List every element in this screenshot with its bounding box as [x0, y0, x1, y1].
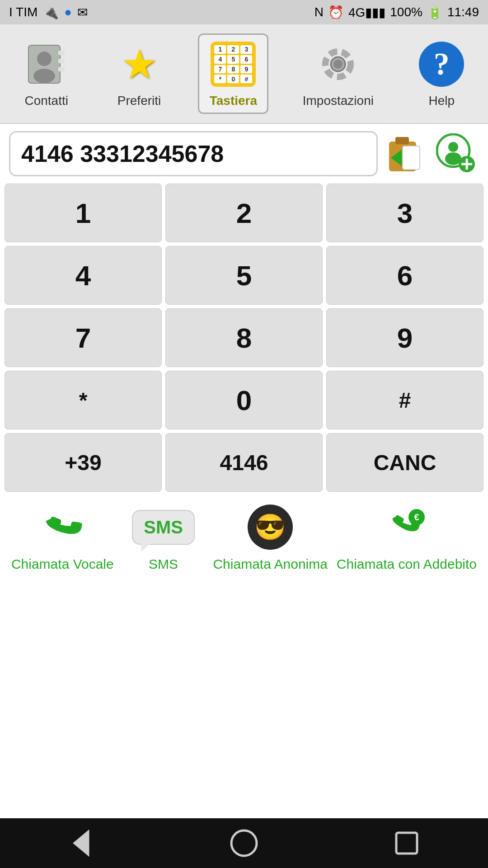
svg-point-22	[231, 830, 257, 856]
svg-rect-10	[395, 137, 409, 144]
time-text: 11:49	[447, 5, 479, 19]
home-button[interactable]	[226, 825, 262, 861]
key-star[interactable]: *	[5, 371, 162, 429]
svg-rect-1	[58, 51, 65, 55]
chiamata-addebito-icon: €	[382, 505, 432, 550]
tab-tastiera[interactable]: 1 2 3 4 5 6 7 8 9 * 0 # Tastiera	[198, 33, 268, 114]
svg-point-4	[37, 52, 52, 66]
impostazioni-icon-wrapper	[313, 39, 363, 89]
tab-help[interactable]: ? Help	[408, 35, 475, 113]
keypad-row-4: * 0 #	[5, 371, 483, 429]
actions-row: Chiamata Vocale SMS SMS 😎 Chiamata Anoni…	[0, 492, 488, 581]
tab-help-label: Help	[429, 94, 455, 108]
usb-icon: 🔌	[43, 5, 59, 20]
chiamata-vocale-button[interactable]: Chiamata Vocale	[11, 505, 114, 572]
sms-label: SMS	[149, 556, 178, 572]
svg-rect-11	[403, 146, 420, 170]
location-icon: ●	[64, 5, 72, 19]
gear-icon	[315, 42, 361, 87]
phone-euro-icon: €	[389, 508, 425, 544]
tab-contatti-label: Contatti	[24, 94, 68, 108]
key-1[interactable]: 1	[5, 184, 162, 242]
star-icon: ★	[121, 44, 158, 85]
key-hash[interactable]: #	[326, 371, 483, 429]
chiamata-vocale-icon	[38, 505, 87, 550]
back-icon	[66, 827, 97, 859]
alarm-icon: ⏰	[328, 5, 344, 20]
add-contact-icon	[436, 133, 477, 174]
nav-tabs: Contatti ★ Preferiti 1 2 3 4 5 6 7 8 9 *…	[0, 24, 488, 124]
charged-phone-icon: €	[389, 508, 425, 546]
key-plus39[interactable]: +39	[5, 433, 162, 492]
tastiera-icon-wrapper: 1 2 3 4 5 6 7 8 9 * 0 #	[208, 39, 258, 89]
back-button[interactable]	[63, 825, 99, 861]
status-bar: I TIM 🔌 ● ✉ N ⏰ 4G▮▮▮ 100% 🔋 11:49	[0, 0, 488, 24]
svg-rect-23	[396, 833, 417, 854]
bottom-nav-bar	[0, 818, 488, 868]
sms-button[interactable]: SMS SMS	[123, 505, 204, 572]
paste-button[interactable]	[383, 131, 428, 176]
chiamata-anonima-label: Chiamata Anonima	[213, 556, 327, 572]
chiamata-addebito-label: Chiamata con Addebito	[337, 556, 477, 572]
help-icon: ?	[419, 42, 464, 87]
keypad-row-3: 7 8 9	[5, 308, 483, 367]
contacts-icon	[24, 42, 69, 87]
recents-button[interactable]	[389, 825, 425, 861]
chiamata-anonima-button[interactable]: 😎 Chiamata Anonima	[213, 505, 327, 572]
key-4[interactable]: 4	[5, 246, 162, 305]
key-0[interactable]: 0	[165, 371, 323, 429]
phone-voice-icon	[42, 507, 83, 547]
svg-rect-3	[58, 67, 65, 71]
svg-rect-2	[58, 59, 65, 63]
key-9[interactable]: 9	[326, 308, 483, 367]
status-left: I TIM 🔌 ● ✉	[9, 5, 88, 20]
sms-icon: SMS	[139, 505, 188, 550]
keypad: 1 2 3 4 5 6 7 8 9 * 0 # +39 4146 CANC	[0, 184, 488, 492]
chiamata-anonima-icon: 😎	[245, 505, 295, 550]
phone-input-row: 4146 33312345678	[0, 124, 488, 184]
tab-tastiera-label: Tastiera	[210, 94, 257, 108]
tab-preferiti-label: Preferiti	[117, 94, 161, 108]
svg-point-5	[33, 69, 55, 83]
contatti-icon-wrapper	[22, 39, 71, 89]
key-7[interactable]: 7	[5, 308, 162, 367]
key-2[interactable]: 2	[165, 184, 323, 242]
tab-impostazioni[interactable]: Impostazioni	[294, 35, 383, 113]
svg-point-14	[448, 142, 458, 152]
phone-display[interactable]: 4146 33312345678	[9, 131, 378, 176]
signal-icon: 4G▮▮▮	[348, 5, 385, 20]
status-right: N ⏰ 4G▮▮▮ 100% 🔋 11:49	[314, 5, 479, 20]
key-canc[interactable]: CANC	[326, 433, 483, 492]
svg-text:€: €	[414, 512, 419, 522]
tab-impostazioni-label: Impostazioni	[303, 94, 374, 108]
nfc-icon: N	[314, 5, 324, 19]
battery-icon: 🔋	[427, 5, 443, 20]
recents-icon	[391, 827, 422, 859]
key-3[interactable]: 3	[326, 184, 483, 242]
chiamata-vocale-label: Chiamata Vocale	[11, 556, 114, 572]
key-8[interactable]: 8	[165, 308, 323, 367]
help-icon-wrapper: ?	[417, 39, 466, 89]
sunglasses-icon: 😎	[248, 505, 293, 550]
svg-marker-21	[75, 832, 88, 854]
preferiti-icon-wrapper: ★	[114, 39, 164, 89]
home-icon	[228, 827, 260, 859]
keypad-row-1: 1 2 3	[5, 184, 483, 242]
tab-contatti[interactable]: Contatti	[13, 35, 80, 113]
keypad-row-5: +39 4146 CANC	[5, 433, 483, 492]
tab-preferiti[interactable]: ★ Preferiti	[105, 35, 173, 113]
key-5[interactable]: 5	[165, 246, 323, 305]
svg-point-8	[333, 60, 343, 69]
tastiera-icon: 1 2 3 4 5 6 7 8 9 * 0 #	[211, 42, 256, 87]
chiamata-addebito-button[interactable]: € Chiamata con Addebito	[337, 505, 477, 572]
keypad-row-2: 4 5 6	[5, 246, 483, 305]
carrier-text: I TIM	[9, 5, 38, 19]
paste-icon	[385, 133, 426, 174]
sms-bubble: SMS	[132, 510, 195, 545]
add-contact-button[interactable]	[434, 131, 479, 176]
key-4146[interactable]: 4146	[165, 433, 323, 492]
key-6[interactable]: 6	[326, 246, 483, 305]
email-icon: ✉	[77, 5, 88, 20]
battery-text: 100%	[390, 5, 422, 19]
